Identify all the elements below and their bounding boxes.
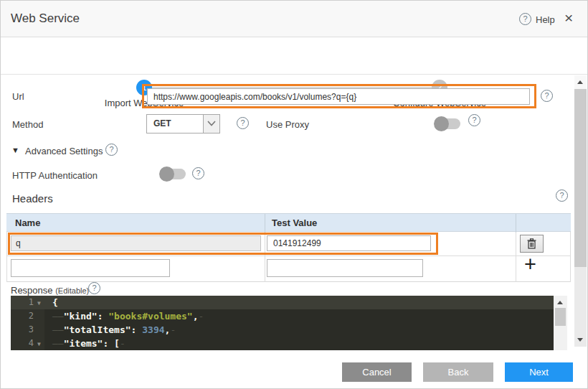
method-select[interactable]: GET [146, 114, 220, 133]
url-label: Url [12, 91, 24, 102]
line-number-gutter: 1▼ [11, 296, 44, 309]
advanced-settings-help-icon[interactable]: ? [105, 144, 118, 156]
fold-arrow-icon[interactable]: ▼ [34, 337, 44, 350]
table-header-divider [265, 214, 265, 233]
http-auth-help-icon[interactable]: ? [192, 167, 204, 179]
web-service-dialog: Web Service ? Help × 1 2 Import WebServi… [0, 0, 588, 389]
advanced-settings-label[interactable]: Advanced Settings [25, 146, 103, 156]
collapse-triangle-icon[interactable]: ▼ [11, 146, 19, 154]
column-header-name: Name [15, 217, 40, 228]
http-auth-label: HTTP Authentication [12, 170, 98, 181]
headers-section-title: Headers [12, 192, 53, 205]
back-button[interactable]: Back [423, 362, 493, 382]
chevron-down-icon [203, 115, 219, 133]
dialog-scrollbar-thumb[interactable] [574, 89, 587, 267]
dialog-scrollbar[interactable] [574, 75, 587, 347]
code-text: ——"kind": "books#volumes",- [44, 309, 204, 323]
toggle-knob [159, 167, 174, 182]
response-editable-hint: (Editable) [55, 286, 89, 295]
add-row-button[interactable]: + [524, 254, 536, 275]
trash-icon [527, 238, 536, 249]
editor-scroll-up-icon[interactable] [557, 301, 563, 304]
cancel-button[interactable]: Cancel [342, 362, 412, 382]
title-bar: Web Service ? Help × [1, 1, 587, 37]
response-label: Response (Editable) [11, 285, 89, 296]
table-row-divider [6, 256, 571, 256]
wizard-stepper: 1 2 Import WebService Configure WebServi… [1, 37, 587, 75]
new-header-test-value-input[interactable] [267, 259, 423, 277]
http-auth-toggle[interactable] [159, 167, 186, 182]
new-header-name-input[interactable] [11, 259, 170, 277]
use-proxy-label: Use Proxy [266, 119, 309, 130]
line-number-gutter: 4▼ [11, 337, 44, 350]
help-icon[interactable]: ? [519, 13, 531, 25]
url-input[interactable] [147, 88, 530, 105]
scroll-down-icon [577, 338, 583, 342]
table-header-row: Name Test Value [6, 213, 571, 232]
code-text: ——"items": [- [44, 337, 125, 350]
use-proxy-toggle[interactable] [434, 116, 461, 131]
headers-table: Name Test Value q + [6, 213, 571, 282]
help-link[interactable]: Help [536, 14, 555, 25]
code-text: { [44, 296, 58, 309]
header-test-value-input[interactable] [267, 235, 431, 251]
code-line[interactable]: 2——"kind": "books#volumes",- [11, 309, 554, 323]
toggle-knob [434, 116, 449, 131]
editor-scrollbar[interactable] [554, 296, 567, 350]
code-line[interactable]: 4▼——"items": [- [11, 337, 554, 350]
code-lines: 1▼{2——"kind": "books#volumes",-3——"total… [11, 296, 554, 350]
dialog-title: Web Service [11, 11, 80, 26]
line-number-gutter: 3 [11, 323, 44, 337]
response-label-text: Response [11, 285, 53, 296]
url-help-icon[interactable]: ? [541, 90, 553, 102]
scroll-up-icon [577, 80, 583, 84]
headers-help-icon[interactable]: ? [556, 189, 568, 202]
scroll-up-button[interactable] [574, 75, 587, 89]
line-number-gutter: 2 [11, 309, 44, 323]
method-help-icon[interactable]: ? [237, 117, 249, 129]
fold-arrow-icon[interactable]: ▼ [34, 296, 44, 310]
method-selected-value: GET [153, 115, 171, 133]
next-button[interactable]: Next [505, 362, 573, 382]
code-line[interactable]: 3——"totalItems": 3394,- [11, 323, 554, 337]
scroll-down-button[interactable] [574, 333, 587, 347]
table-header-divider [516, 214, 516, 233]
response-code-editor[interactable]: 1▼{2——"kind": "books#volumes",-3——"total… [11, 296, 554, 350]
column-header-test-value: Test Value [272, 217, 317, 228]
response-help-icon[interactable]: ? [88, 282, 100, 294]
method-label: Method [12, 119, 43, 130]
use-proxy-help-icon[interactable]: ? [468, 114, 480, 126]
editor-scrollbar-thumb[interactable] [555, 308, 566, 326]
header-name-field[interactable]: q [11, 235, 261, 251]
code-line[interactable]: 1▼{ [11, 296, 554, 309]
close-icon[interactable]: × [564, 9, 573, 27]
delete-row-button[interactable] [520, 235, 544, 253]
code-text: ——"totalItems": 3394,- [44, 323, 176, 337]
